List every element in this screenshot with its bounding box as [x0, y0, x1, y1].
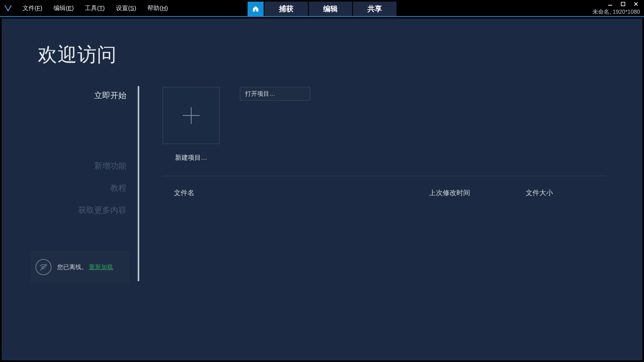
- offline-icon: [35, 259, 52, 275]
- recent-columns-header: 文件名 上次修改时间 文件大小: [163, 188, 606, 197]
- menu-help[interactable]: 帮助(H): [143, 2, 172, 14]
- reload-link[interactable]: 重新加载: [89, 263, 113, 270]
- tab-home[interactable]: [248, 2, 264, 16]
- page-title: 欢迎访问: [38, 42, 117, 68]
- column-filename[interactable]: 文件名: [163, 188, 429, 197]
- minimize-icon: [608, 2, 613, 6]
- app-logo-icon: [0, 0, 16, 16]
- open-project-button[interactable]: 打开项目…: [240, 87, 310, 101]
- menu-tools[interactable]: 工具(T): [81, 2, 109, 14]
- welcome-sidebar: 立即开始 新增功能 教程 获取更多内容: [30, 87, 138, 224]
- svg-rect-1: [621, 2, 625, 6]
- title-status: 未命名, 1920*1080: [592, 8, 642, 16]
- svg-rect-0: [608, 5, 612, 6]
- tab-edit[interactable]: 编辑: [309, 2, 352, 16]
- plus-icon: [180, 104, 203, 127]
- home-icon: [252, 5, 259, 12]
- mode-tabs: 捕获 编辑 共享: [248, 2, 396, 16]
- sidebar-item-getmore[interactable]: 获取更多内容: [30, 202, 138, 219]
- accent-divider: [0, 16, 644, 17]
- close-button[interactable]: [630, 0, 642, 8]
- sidebar-item-whatsnew[interactable]: 新增功能: [30, 157, 138, 175]
- welcome-screen: 欢迎访问 立即开始 新增功能 教程 获取更多内容 您已离线。 重新加载: [2, 19, 642, 360]
- start-panel: 新建项目… 打开项目… 文件名 上次修改时间 文件大小: [163, 87, 606, 197]
- window-controls: 未命名, 1920*1080: [592, 0, 642, 16]
- maximize-button[interactable]: [617, 0, 629, 8]
- close-icon: [634, 2, 638, 6]
- app-window: 文件(F) 编辑(E) 工具(T) 设置(S) 帮助(H) 捕获 编辑 共享: [0, 0, 644, 362]
- list-divider: [163, 176, 606, 176]
- tab-share[interactable]: 共享: [353, 2, 396, 16]
- titlebar: 文件(F) 编辑(E) 工具(T) 设置(S) 帮助(H) 捕获 编辑 共享: [0, 0, 644, 16]
- column-modified[interactable]: 上次修改时间: [429, 188, 526, 197]
- column-size[interactable]: 文件大小: [526, 188, 606, 197]
- sidebar-item-start[interactable]: 立即开始: [30, 87, 138, 104]
- menu-file[interactable]: 文件(F): [19, 2, 46, 14]
- menubar: 文件(F) 编辑(E) 工具(T) 设置(S) 帮助(H): [19, 2, 172, 14]
- menu-settings[interactable]: 设置(S): [112, 2, 140, 14]
- tab-capture[interactable]: 捕获: [264, 2, 308, 16]
- new-project-label: 新建项目…: [175, 154, 207, 162]
- maximize-icon: [621, 2, 625, 6]
- sidebar-item-tutorials[interactable]: 教程: [30, 179, 138, 197]
- offline-banner: 您已离线。 重新加载: [31, 251, 130, 283]
- menu-edit[interactable]: 编辑(E): [50, 2, 78, 14]
- offline-text: 您已离线。 重新加载: [57, 263, 113, 272]
- new-project-button[interactable]: 新建项目…: [163, 87, 220, 162]
- minimize-button[interactable]: [605, 0, 616, 8]
